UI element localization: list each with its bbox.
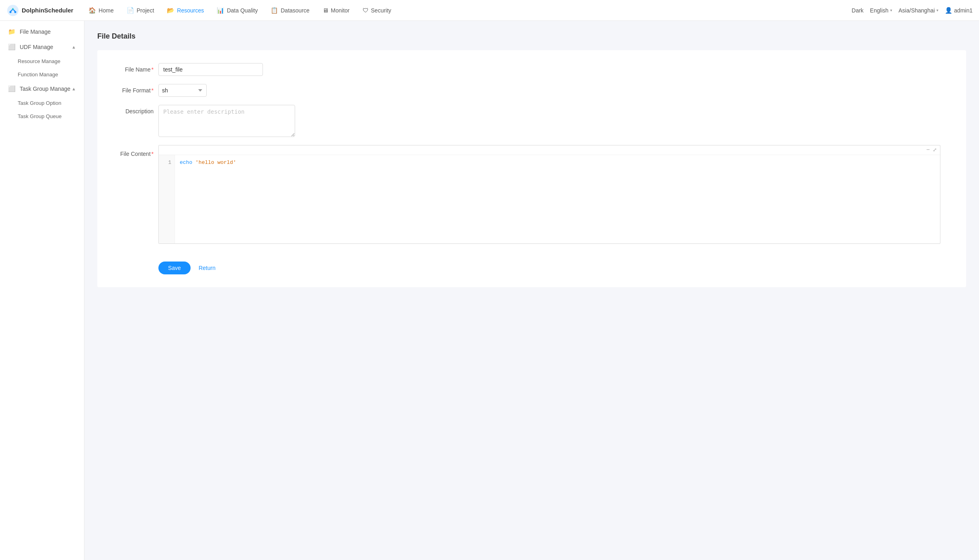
- language-selector[interactable]: English ▾: [870, 7, 892, 14]
- sidebar-item-function-manage[interactable]: Function Manage: [18, 68, 84, 81]
- resource-manage-label: Resource Manage: [18, 58, 60, 64]
- svg-point-1: [10, 11, 12, 13]
- sidebar-sub-udf: Resource Manage Function Manage: [0, 55, 84, 81]
- file-name-input[interactable]: [158, 63, 263, 76]
- timezone-selector[interactable]: Asia/Shanghai ▾: [899, 7, 938, 14]
- task-group-manage-chevron-icon: ▲: [72, 86, 76, 91]
- file-name-label: File Name*: [110, 63, 158, 76]
- nav-item-datasource[interactable]: 📋 Datasource: [265, 4, 315, 16]
- sidebar-item-resource-manage[interactable]: Resource Manage: [18, 55, 84, 68]
- layout: 📁 File Manage ⬜ UDF Manage ▲ Resource Ma…: [0, 21, 979, 560]
- udf-manage-chevron-icon: ▲: [72, 45, 76, 49]
- form-row-description: Description: [97, 105, 966, 137]
- username-label: admin1: [954, 7, 973, 14]
- code-editor[interactable]: — ⤢ 1 echo 'hello world': [158, 145, 940, 244]
- save-button[interactable]: Save: [158, 262, 191, 274]
- task-group-manage-icon: ⬜: [8, 85, 16, 92]
- timezone-chevron-icon: ▾: [936, 8, 938, 12]
- sidebar-group-task-group-manage[interactable]: ⬜ Task Group Manage ▲: [0, 81, 84, 96]
- page-title: File Details: [97, 32, 966, 41]
- return-button[interactable]: Return: [197, 262, 217, 274]
- nav-item-security[interactable]: 🛡 Security: [357, 4, 397, 16]
- nav-item-monitor[interactable]: 🖥 Monitor: [317, 4, 355, 16]
- logo[interactable]: DolphinScheduler: [6, 4, 73, 17]
- code-string-value: 'hello world': [195, 159, 236, 166]
- file-format-label: File Format*: [110, 84, 158, 97]
- language-chevron-icon: ▾: [890, 8, 892, 12]
- topnav: DolphinScheduler 🏠 Home 📄 Project 📂 Reso…: [0, 0, 979, 21]
- minimize-icon[interactable]: —: [927, 147, 930, 153]
- user-menu[interactable]: 👤 admin1: [945, 7, 973, 14]
- description-label: Description: [110, 105, 158, 118]
- button-row: Save Return: [97, 252, 966, 274]
- data-quality-icon: 📊: [217, 7, 224, 14]
- file-manage-icon: 📁: [8, 28, 16, 35]
- description-textarea[interactable]: [158, 105, 295, 137]
- task-group-manage-group-left: ⬜ Task Group Manage: [8, 85, 70, 92]
- expand-icon[interactable]: ⤢: [933, 147, 937, 153]
- code-content-area[interactable]: echo 'hello world': [175, 155, 940, 243]
- udf-manage-group-left: ⬜ UDF Manage: [8, 43, 53, 51]
- sidebar: 📁 File Manage ⬜ UDF Manage ▲ Resource Ma…: [0, 21, 84, 560]
- nav-item-datasource-label: Datasource: [281, 7, 310, 14]
- logo-text: DolphinScheduler: [22, 7, 73, 14]
- task-group-option-label: Task Group Option: [18, 100, 61, 106]
- form-row-filecontent: File Content* — ⤢ 1 echo 'hello world': [97, 145, 966, 244]
- code-echo-keyword: echo: [180, 159, 192, 166]
- task-group-queue-label: Task Group Queue: [18, 113, 62, 119]
- nav-item-project-label: Project: [137, 7, 154, 14]
- required-star: *: [152, 66, 154, 73]
- function-manage-label: Function Manage: [18, 72, 58, 78]
- svg-point-0: [7, 5, 18, 16]
- nav-right: Dark English ▾ Asia/Shanghai ▾ 👤 admin1: [852, 7, 973, 14]
- timezone-label: Asia/Shanghai: [899, 7, 935, 14]
- sidebar-item-file-manage[interactable]: 📁 File Manage: [0, 24, 84, 39]
- form-row-fileformat: File Format* sh txt py java sql xml json: [97, 84, 966, 97]
- required-star-format: *: [152, 87, 154, 94]
- svg-point-2: [14, 11, 16, 13]
- theme-toggle[interactable]: Dark: [852, 7, 864, 14]
- udf-manage-label: UDF Manage: [20, 44, 53, 50]
- theme-label: Dark: [852, 7, 864, 14]
- form-row-filename: File Name*: [97, 63, 966, 76]
- nav-item-security-label: Security: [371, 7, 392, 14]
- project-icon: 📄: [127, 7, 134, 14]
- nav-item-project[interactable]: 📄 Project: [121, 4, 160, 16]
- main-content: File Details File Name* File Format* sh …: [84, 21, 979, 560]
- nav-item-resources[interactable]: 📂 Resources: [161, 4, 209, 16]
- sidebar-group-udf-manage[interactable]: ⬜ UDF Manage ▲: [0, 39, 84, 55]
- code-editor-body: 1 echo 'hello world': [159, 155, 940, 243]
- nav-item-home-label: Home: [99, 7, 113, 14]
- resources-icon: 📂: [167, 7, 174, 14]
- nav-item-data-quality[interactable]: 📊 Data Quality: [211, 4, 263, 16]
- language-label: English: [870, 7, 889, 14]
- file-manage-label: File Manage: [20, 29, 51, 35]
- nav-item-home[interactable]: 🏠 Home: [83, 4, 119, 16]
- nav-item-monitor-label: Monitor: [331, 7, 350, 14]
- user-icon: 👤: [945, 7, 952, 14]
- form-area: File Name* File Format* sh txt py java s…: [97, 50, 966, 287]
- code-editor-header: — ⤢: [159, 145, 940, 155]
- file-content-label: File Content*: [110, 145, 158, 160]
- sidebar-item-task-group-option[interactable]: Task Group Option: [18, 96, 84, 110]
- udf-manage-icon: ⬜: [8, 43, 16, 51]
- task-group-manage-label: Task Group Manage: [20, 86, 70, 92]
- code-line-numbers: 1: [159, 155, 175, 243]
- sidebar-item-task-group-queue[interactable]: Task Group Queue: [18, 110, 84, 123]
- security-icon: 🛡: [363, 7, 369, 14]
- logo-icon: [6, 4, 19, 17]
- monitor-icon: 🖥: [322, 7, 328, 14]
- line-number-1: 1: [159, 158, 174, 167]
- nav-item-data-quality-label: Data Quality: [227, 7, 258, 14]
- file-format-select[interactable]: sh txt py java sql xml json: [158, 84, 207, 97]
- svg-point-3: [12, 8, 14, 10]
- required-star-content: *: [152, 151, 154, 157]
- datasource-icon: 📋: [271, 7, 278, 14]
- home-icon: 🏠: [88, 7, 96, 14]
- nav-items: 🏠 Home 📄 Project 📂 Resources 📊 Data Qual…: [83, 4, 852, 16]
- sidebar-sub-task-group: Task Group Option Task Group Queue: [0, 96, 84, 123]
- nav-item-resources-label: Resources: [177, 7, 204, 14]
